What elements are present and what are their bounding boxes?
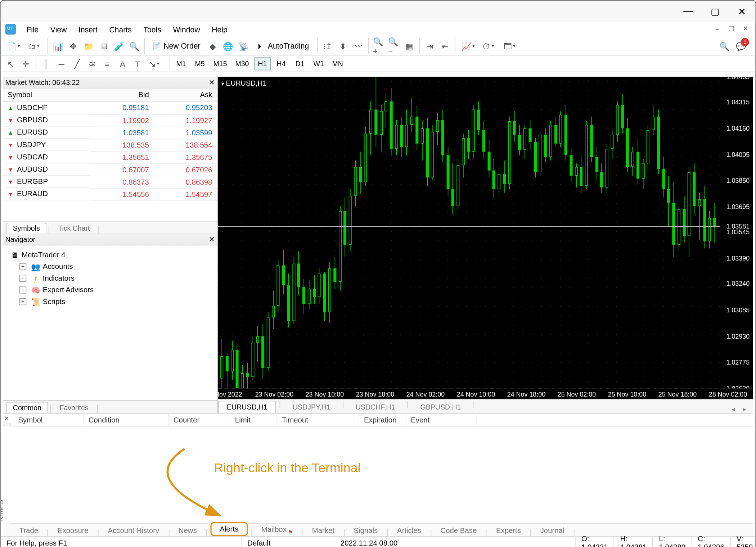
menu-help[interactable]: Help: [206, 23, 233, 36]
bar-chart-icon[interactable]: ⁝↥: [321, 40, 334, 53]
equidistant-channel-icon[interactable]: ≋: [86, 57, 99, 70]
market-watch-toggle[interactable]: 📊: [51, 40, 64, 53]
timeframe-h1[interactable]: H1: [254, 57, 271, 70]
menu-insert[interactable]: Insert: [73, 23, 103, 36]
market-watch-row[interactable]: ▼AUDUSD0.670070.67026: [3, 163, 217, 176]
signals-icon[interactable]: 📡: [237, 40, 249, 53]
chart-tabs-prev[interactable]: ◂: [729, 406, 738, 413]
status-profile[interactable]: Default: [241, 537, 334, 547]
mdi-minimize[interactable]: –: [712, 23, 723, 34]
indicators-dropdown[interactable]: 📈: [459, 40, 478, 53]
terminal-col-symbol[interactable]: Symbol: [13, 413, 84, 426]
terminal-tab-mailbox[interactable]: Mailbox ⚑: [255, 524, 298, 536]
mdi-restore[interactable]: ❐: [726, 23, 737, 34]
navigator-close-icon[interactable]: ✕: [209, 235, 215, 244]
horizontal-line-icon[interactable]: ─: [55, 57, 68, 70]
terminal-tab-account-history[interactable]: Account History: [102, 525, 165, 536]
zoom-in-icon[interactable]: 🔍+: [372, 40, 385, 53]
terminal-body[interactable]: Right-click in the Terminal: [3, 426, 753, 523]
timeframe-w1[interactable]: W1: [310, 57, 327, 70]
menu-view[interactable]: View: [45, 23, 73, 36]
crosshair-icon[interactable]: ✛: [19, 57, 32, 70]
terminal-tab-journal[interactable]: Journal: [534, 525, 570, 536]
timeframe-m5[interactable]: M5: [192, 57, 208, 70]
market-watch-row[interactable]: ▼EURGBP0.863730.86398: [3, 176, 217, 188]
col-bid[interactable]: Bid: [90, 89, 154, 102]
trendline-icon[interactable]: ╱: [70, 57, 83, 70]
close-button[interactable]: ✕: [729, 1, 756, 22]
market-watch-row[interactable]: ▲USDCHF0.951810.95203: [3, 101, 217, 114]
profiles-dropdown[interactable]: 🗂: [25, 40, 44, 53]
new-order-button[interactable]: 📄 New Order: [148, 40, 204, 53]
text-label-icon[interactable]: T: [131, 57, 144, 70]
menu-charts[interactable]: Charts: [103, 23, 138, 36]
tab-favorites[interactable]: Favorites: [53, 402, 95, 413]
minimize-button[interactable]: —: [675, 1, 702, 22]
line-chart-icon[interactable]: 〰: [352, 40, 365, 53]
strategy-tester-toggle[interactable]: 🧪: [113, 40, 126, 53]
terminal-col-expiration[interactable]: Expiration: [359, 413, 406, 426]
timeframe-m15[interactable]: M15: [210, 57, 230, 70]
terminal-tab-trade[interactable]: Trade: [13, 525, 44, 536]
nav-root[interactable]: 🖥 MetaTrader 4: [8, 249, 215, 261]
market-watch-row[interactable]: ▼GBPUSD1.199021.19927: [3, 114, 217, 126]
terminal-tab-code-base[interactable]: Code Base: [435, 525, 482, 536]
chart-area[interactable]: EURUSD,H1: [218, 77, 753, 399]
tile-windows-icon[interactable]: ▦: [403, 40, 416, 53]
market-watch-row[interactable]: ▼USDJPY138.535138.554: [3, 139, 217, 151]
terminal-col-event[interactable]: Event: [406, 413, 476, 426]
text-icon[interactable]: A: [116, 57, 129, 70]
timeframe-h4[interactable]: H4: [273, 57, 289, 70]
mdi-close[interactable]: ✕: [740, 23, 751, 34]
terminal-close-icon[interactable]: ✕: [4, 415, 9, 422]
timeframe-m1[interactable]: M1: [173, 57, 189, 70]
auto-scroll-icon[interactable]: ⇥: [423, 40, 436, 53]
timeframe-mn[interactable]: MN: [329, 57, 346, 70]
menu-tools[interactable]: Tools: [138, 23, 167, 36]
periodicity-dropdown[interactable]: ⏱: [480, 40, 499, 53]
metaeditor-button[interactable]: 🔍: [128, 40, 141, 53]
chart-shift-icon[interactable]: ⇤: [438, 40, 451, 53]
terminal-tab-experts[interactable]: Experts: [490, 525, 527, 536]
terminal-col-limit[interactable]: Limit: [230, 413, 277, 426]
menu-window[interactable]: Window: [167, 23, 206, 36]
chart-tab[interactable]: USDCHF,H1: [347, 401, 404, 413]
chart-tabs-next[interactable]: ▸: [740, 406, 750, 413]
nav-node-scripts[interactable]: +📜Scripts: [17, 296, 215, 308]
mql-community-icon[interactable]: 🌐: [221, 40, 234, 53]
terminal-tab-articles[interactable]: Articles: [391, 525, 427, 536]
navigator-toggle[interactable]: 📁: [82, 40, 95, 53]
terminal-toggle[interactable]: 🖥: [97, 40, 110, 53]
terminal-col-condition[interactable]: Condition: [84, 413, 169, 426]
new-chart-dropdown[interactable]: 📄: [4, 40, 23, 53]
autotrading-button[interactable]: ⏵ AutoTrading: [252, 40, 314, 53]
metaeditor-icon[interactable]: ◆: [206, 40, 219, 53]
maximize-button[interactable]: ▢: [702, 1, 729, 22]
terminal-tab-market[interactable]: Market: [306, 525, 340, 536]
fibonacci-icon[interactable]: ≡: [101, 57, 114, 70]
terminal-col-counter[interactable]: Counter: [169, 413, 230, 426]
menu-file[interactable]: File: [21, 23, 45, 36]
timeframe-d1[interactable]: D1: [292, 57, 308, 70]
candlestick-icon[interactable]: ⬍: [337, 40, 350, 53]
market-watch-header[interactable]: Market Watch: 06:43:22 ✕: [3, 77, 217, 89]
terminal-tab-news[interactable]: News: [173, 525, 203, 536]
market-watch-row[interactable]: ▼USDCAD1.356511.35675: [3, 151, 217, 163]
chart-tab[interactable]: GBPUSD,H1: [411, 401, 470, 413]
market-watch-row[interactable]: ▼EURAUD1.545561.54597: [3, 188, 217, 200]
terminal-tab-signals[interactable]: Signals: [348, 525, 383, 536]
terminal-col-timeout[interactable]: Timeout: [277, 413, 359, 426]
timeframe-m30[interactable]: M30: [232, 57, 252, 70]
navigator-header[interactable]: Navigator ✕: [3, 234, 217, 246]
tab-symbols[interactable]: Symbols: [6, 223, 46, 234]
col-ask[interactable]: Ask: [154, 89, 217, 102]
nav-node-accounts[interactable]: +👥Accounts: [17, 261, 215, 272]
chart-tab[interactable]: USDJPY,H1: [284, 401, 339, 413]
vertical-line-icon[interactable]: │: [40, 57, 53, 70]
arrows-dropdown[interactable]: ↘: [147, 57, 165, 70]
zoom-out-icon[interactable]: 🔍−: [387, 40, 400, 53]
terminal-tab-exposure[interactable]: Exposure: [52, 525, 95, 536]
tab-common[interactable]: Common: [6, 402, 48, 413]
tab-tick-chart[interactable]: Tick Chart: [51, 223, 96, 234]
notifications-icon[interactable]: 💬 1: [734, 40, 747, 53]
